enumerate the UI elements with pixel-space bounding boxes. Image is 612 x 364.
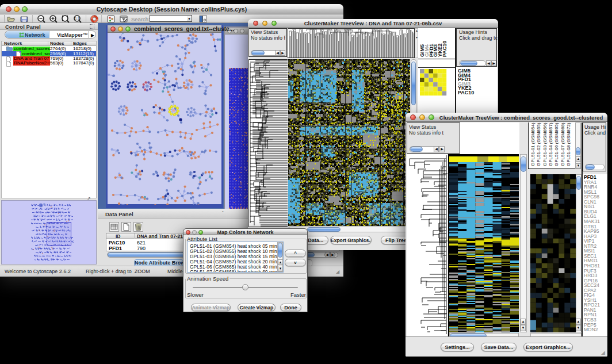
svg-text:1:1: 1:1 — [75, 17, 79, 20]
